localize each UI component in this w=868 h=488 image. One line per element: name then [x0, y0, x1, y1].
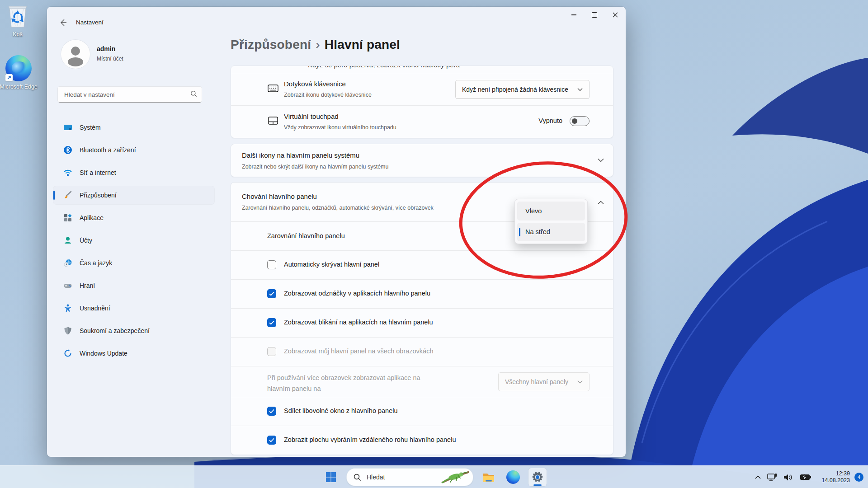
- system-tray: 12:39 14.08.2023 4: [749, 466, 863, 488]
- gamepad-icon: [63, 281, 72, 290]
- apps-icon: [63, 213, 72, 222]
- notification-count: 4: [858, 474, 860, 480]
- profile-account-type: Místní účet: [97, 56, 123, 62]
- sidebar-item-privacy[interactable]: Soukromí a zabezpečení: [53, 322, 214, 340]
- person-icon: [61, 40, 90, 69]
- popup-option-center[interactable]: Na střed: [517, 223, 585, 242]
- touch-keyboard-dropdown[interactable]: Když není připojená žádná klávesnice: [455, 80, 590, 99]
- close-icon: [613, 12, 618, 18]
- checkbox-peek-desktop[interactable]: [267, 436, 276, 445]
- profile-name: admin: [97, 45, 115, 52]
- minimize-button[interactable]: [563, 7, 584, 23]
- clipped-scrolled-row: Když se pero používá, zobrazit ikonu nab…: [308, 66, 561, 70]
- checkbox-label: Automaticky skrývat hlavní panel: [284, 261, 379, 268]
- search-highlight-gecko-image: [441, 470, 469, 484]
- close-button[interactable]: [605, 7, 626, 23]
- card-taskbar-corner-icons: Když se pero používá, zobrazit ikonu nab…: [231, 66, 613, 138]
- settings-button-active[interactable]: [528, 468, 547, 486]
- maximize-icon: [592, 12, 597, 18]
- sidebar-item-label: Bluetooth a zařízení: [80, 146, 136, 154]
- tray-chevron-up-icon[interactable]: [755, 475, 761, 479]
- breadcrumb: Přizpůsobení›Hlavní panel: [231, 38, 400, 52]
- alignment-dropdown-popup: Vlevo Na střed: [514, 199, 588, 244]
- multi-display-label: Při používání více obrazovek zobrazovat …: [267, 372, 443, 394]
- virtual-touchpad-icon: [267, 115, 279, 127]
- tray-date: 14.08.2023: [821, 477, 850, 484]
- battery-charging-icon[interactable]: [800, 474, 811, 480]
- section-title: Další ikony na hlavním panelu systému: [242, 151, 359, 159]
- settings-search-input[interactable]: [63, 87, 187, 102]
- checkbox-share-window[interactable]: [267, 407, 276, 416]
- edge-button[interactable]: [504, 468, 522, 486]
- sidebar-item-label: Usnadnění: [80, 305, 110, 312]
- avatar[interactable]: [61, 40, 90, 69]
- sidebar-item-personalization[interactable]: Přizpůsobení: [53, 186, 214, 204]
- breadcrumb-separator: ›: [316, 38, 320, 52]
- checkbox-all-displays[interactable]: [267, 347, 276, 356]
- accessibility-icon: [63, 304, 72, 313]
- back-button[interactable]: [57, 17, 69, 28]
- sidebar-item-accessibility[interactable]: Usnadnění: [53, 299, 214, 317]
- maximize-button[interactable]: [584, 7, 605, 23]
- volume-icon[interactable]: [783, 474, 793, 481]
- update-icon: [63, 349, 72, 358]
- alignment-row-label: Zarovnání hlavního panelu: [267, 232, 345, 239]
- row-subtitle: Zobrazit ikonu dotykové klávesnice: [284, 92, 372, 98]
- desktop-icon-edge[interactable]: Microsoft Edge: [0, 55, 38, 91]
- section-subtitle: Zobrazit nebo skrýt další ikony na hlavn…: [242, 164, 388, 170]
- checkbox-label: Zobrazit plochu vybráním vzdáleného rohu…: [284, 436, 456, 443]
- taskbar-search-input[interactable]: [366, 473, 426, 481]
- sidebar-item-system[interactable]: Systém: [53, 118, 214, 136]
- multi-display-dropdown[interactable]: Všechny hlavní panely: [498, 372, 590, 391]
- checkbox-label: Zobrazovat blikání na aplikacích na hlav…: [284, 319, 433, 326]
- checkbox-flashing[interactable]: [267, 318, 276, 327]
- network-display-icon[interactable]: [767, 473, 777, 482]
- taskbar-search-box[interactable]: [346, 468, 473, 486]
- windows-logo-icon: [326, 472, 336, 483]
- chevron-down-icon: [577, 380, 583, 384]
- chevron-up-icon[interactable]: [598, 201, 604, 205]
- sidebar-item-network[interactable]: Síť a internet: [53, 164, 214, 182]
- desktop-icon-recycle-bin[interactable]: Koš: [0, 5, 37, 38]
- sidebar-item-apps[interactable]: Aplikace: [53, 209, 214, 227]
- settings-search-box[interactable]: [57, 86, 202, 103]
- card-system-tray-icons[interactable]: Další ikony na hlavním panelu systému Zo…: [231, 144, 613, 177]
- clock[interactable]: 12:39 14.08.2023: [821, 470, 850, 484]
- desktop-icon-label: Microsoft Edge: [0, 83, 38, 91]
- breadcrumb-parent[interactable]: Přizpůsobení: [231, 38, 311, 52]
- sidebar-item-label: Soukromí a zabezpečení: [80, 327, 150, 334]
- gear-icon: [531, 471, 544, 483]
- sidebar-item-label: Síť a internet: [80, 169, 116, 176]
- checkbox-badges[interactable]: [267, 289, 276, 298]
- notification-badge[interactable]: 4: [854, 473, 863, 482]
- toggle-knob: [572, 118, 577, 124]
- sidebar-item-label: Účty: [80, 237, 92, 244]
- minimize-icon: [571, 14, 576, 15]
- popup-option-label: Vlevo: [525, 207, 542, 215]
- file-explorer-button[interactable]: [480, 468, 498, 486]
- dropdown-value: Všechny hlavní panely: [505, 378, 568, 385]
- paintbrush-icon: [63, 191, 72, 200]
- checkbox-label: Zobrazovat můj hlavní panel na všech obr…: [284, 347, 433, 355]
- popup-option-left[interactable]: Vlevo: [517, 202, 585, 221]
- search-icon: [354, 474, 361, 481]
- sidebar-item-label: Systém: [80, 124, 101, 131]
- window-controls: [563, 7, 626, 23]
- checkbox-auto-hide[interactable]: [267, 260, 276, 269]
- sidebar-item-accounts[interactable]: Účty: [53, 231, 214, 249]
- check-icon: [269, 438, 274, 442]
- start-button[interactable]: [322, 468, 340, 486]
- desktop: Koš Microsoft Edge Nastavení: [0, 0, 868, 488]
- shield-icon: [63, 326, 72, 335]
- sidebar-item-time-language[interactable]: Čas a jazyk: [53, 254, 214, 272]
- page-title: Hlavní panel: [325, 38, 400, 52]
- sidebar-item-bluetooth[interactable]: Bluetooth a zařízení: [53, 141, 214, 159]
- check-icon: [269, 409, 274, 413]
- search-icon: [190, 90, 197, 97]
- chevron-down-icon[interactable]: [598, 158, 604, 162]
- sidebar-item-gaming[interactable]: Hraní: [53, 277, 214, 295]
- checkbox-label: Zobrazovat odznáčky v aplikacích hlavníh…: [284, 290, 430, 297]
- wifi-icon: [63, 168, 72, 177]
- virtual-touchpad-toggle[interactable]: [570, 116, 590, 126]
- sidebar-item-windows-update[interactable]: Windows Update: [53, 344, 214, 362]
